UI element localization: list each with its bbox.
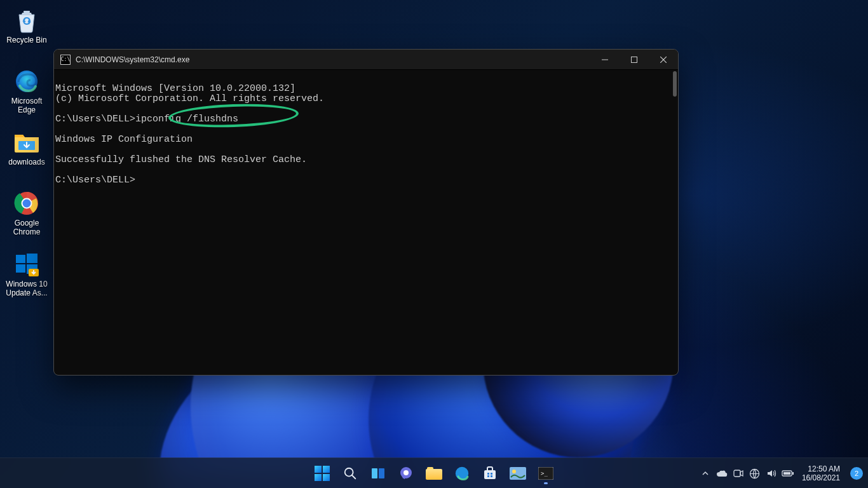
cmd-output-line: Successfully flushed the DNS Resolver Ca… bbox=[55, 154, 307, 165]
cmd-icon: >_ bbox=[538, 467, 553, 480]
store-button[interactable] bbox=[477, 461, 503, 486]
store-icon bbox=[482, 466, 498, 481]
tray-volume[interactable] bbox=[764, 458, 779, 488]
close-button[interactable] bbox=[649, 50, 678, 70]
chrome-icon bbox=[13, 189, 41, 217]
cmd-output-line: Windows IP Configuration bbox=[55, 134, 193, 145]
cmd-title: C:\WINDOWS\system32\cmd.exe bbox=[76, 55, 189, 64]
svg-rect-12 bbox=[632, 57, 637, 62]
desktop[interactable]: Recycle Bin Microsoft Edge bbox=[0, 0, 868, 488]
battery-icon bbox=[782, 470, 794, 477]
desktop-icon-label: Recycle Bin bbox=[6, 36, 46, 44]
cmd-prompt: C:\Users\DELL> bbox=[55, 175, 135, 186]
chat-icon bbox=[398, 466, 414, 481]
svg-rect-8 bbox=[16, 264, 25, 273]
search-button[interactable] bbox=[337, 461, 363, 486]
svg-rect-0 bbox=[24, 11, 30, 13]
cmd-output-line: (c) Microsoft Corporation. All rights re… bbox=[55, 93, 324, 104]
tray-chevron[interactable] bbox=[698, 458, 713, 488]
windows-logo-icon bbox=[315, 466, 330, 481]
edge-icon bbox=[13, 67, 41, 95]
clock-time: 12:50 AM bbox=[808, 464, 840, 473]
desktop-icon-edge[interactable]: Microsoft Edge bbox=[3, 65, 51, 122]
desktop-icons: Recycle Bin Microsoft Edge bbox=[3, 4, 53, 309]
taskview-button[interactable] bbox=[365, 461, 391, 486]
svg-rect-17 bbox=[372, 468, 377, 478]
search-icon bbox=[343, 466, 357, 480]
svg-point-28 bbox=[512, 470, 516, 473]
cmd-output-line: Microsoft Windows [Version 10.0.22000.13… bbox=[55, 83, 295, 94]
taskview-icon bbox=[370, 466, 386, 481]
tray-onedrive[interactable] bbox=[714, 458, 729, 488]
svg-rect-7 bbox=[27, 254, 37, 263]
svg-rect-25 bbox=[487, 475, 489, 477]
clock-date: 16/08/2021 bbox=[802, 473, 840, 482]
cmd-window[interactable]: C:\ C:\WINDOWS\system32\cmd.exe Microsof… bbox=[53, 49, 679, 376]
svg-rect-23 bbox=[487, 473, 489, 475]
taskbar-clock[interactable]: 12:50 AM 16/08/2021 bbox=[797, 458, 845, 488]
recycle-bin-icon bbox=[13, 6, 41, 34]
svg-rect-26 bbox=[491, 475, 492, 477]
cmd-taskbar-button[interactable]: >_ bbox=[533, 461, 559, 486]
desktop-icon-label: Google Chrome bbox=[4, 219, 50, 236]
chat-button[interactable] bbox=[393, 461, 419, 486]
cmd-output-line: C:\Users\DELL>ipconfig /flushdns bbox=[55, 114, 238, 125]
file-explorer-icon bbox=[426, 467, 442, 480]
start-button[interactable] bbox=[309, 461, 335, 486]
svg-point-5 bbox=[23, 200, 31, 208]
widgets-button[interactable] bbox=[505, 461, 531, 486]
tray-network[interactable] bbox=[747, 458, 763, 488]
downloads-folder-icon bbox=[13, 128, 41, 156]
svg-rect-27 bbox=[510, 467, 526, 480]
widgets-icon bbox=[510, 467, 526, 480]
desktop-icon-recycle-bin[interactable]: Recycle Bin bbox=[3, 4, 51, 61]
cmd-titlebar[interactable]: C:\ C:\WINDOWS\system32\cmd.exe bbox=[54, 50, 678, 70]
tray-battery[interactable] bbox=[780, 458, 796, 488]
camera-icon bbox=[733, 469, 743, 478]
notification-badge[interactable]: 2 bbox=[850, 467, 863, 480]
edge-icon bbox=[454, 466, 470, 481]
cmd-terminal[interactable]: Microsoft Windows [Version 10.0.22000.13… bbox=[54, 70, 678, 375]
desktop-icon-downloads[interactable]: downloads bbox=[3, 126, 51, 183]
notification-count: 2 bbox=[855, 470, 858, 477]
taskbar-tray: 12:50 AM 16/08/2021 2 bbox=[698, 458, 867, 488]
svg-rect-18 bbox=[379, 468, 384, 478]
cmd-app-icon: C:\ bbox=[60, 55, 71, 65]
cloud-icon bbox=[716, 470, 728, 477]
svg-rect-22 bbox=[484, 470, 496, 479]
svg-line-16 bbox=[352, 475, 356, 479]
minimize-button[interactable] bbox=[590, 50, 620, 70]
svg-rect-34 bbox=[792, 472, 794, 475]
svg-rect-31 bbox=[734, 470, 740, 477]
desktop-icon-label: downloads bbox=[8, 158, 44, 166]
globe-icon bbox=[749, 468, 760, 479]
svg-text:>_: >_ bbox=[541, 470, 548, 477]
svg-rect-6 bbox=[16, 255, 25, 263]
taskbar-center: >_ bbox=[309, 458, 559, 488]
volume-icon bbox=[766, 468, 776, 478]
desktop-icon-chrome[interactable]: Google Chrome bbox=[3, 187, 51, 244]
desktop-icon-label: Windows 10 Update As... bbox=[4, 280, 50, 297]
svg-rect-35 bbox=[783, 472, 790, 475]
maximize-button[interactable] bbox=[620, 50, 649, 70]
taskbar: >_ 12:50 AM bbox=[0, 458, 868, 488]
desktop-icon-win10-update[interactable]: Windows 10 Update As... bbox=[3, 248, 51, 305]
windows-update-icon bbox=[13, 250, 41, 278]
explorer-button[interactable] bbox=[421, 461, 447, 486]
tray-meetnow[interactable] bbox=[731, 458, 746, 488]
chevron-up-icon bbox=[702, 470, 709, 477]
svg-rect-24 bbox=[491, 473, 492, 475]
svg-point-20 bbox=[403, 470, 409, 475]
desktop-icon-label: Microsoft Edge bbox=[4, 97, 50, 114]
terminal-scrollbar[interactable] bbox=[673, 71, 677, 97]
edge-button[interactable] bbox=[449, 461, 475, 486]
